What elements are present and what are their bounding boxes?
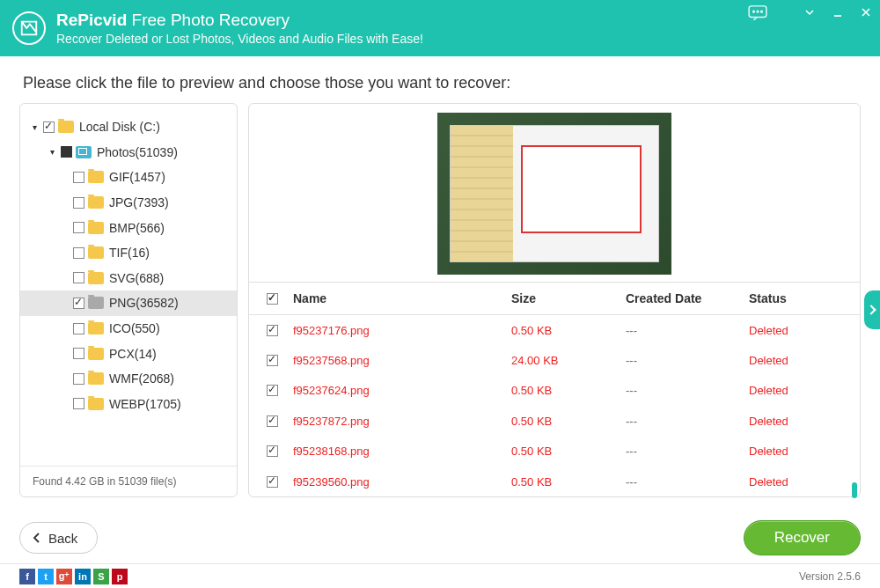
app-logo	[12, 11, 46, 45]
tree-item-checkbox[interactable]	[73, 373, 84, 385]
table-row[interactable]: f95237624.png0.50 KB---Deleted	[249, 376, 860, 406]
row-checkbox[interactable]	[267, 476, 278, 488]
cell-size: 0.50 KB	[511, 324, 626, 337]
close-button[interactable]	[852, 0, 880, 25]
recover-button[interactable]: Recover	[744, 520, 861, 555]
tree-item[interactable]: PNG(36582)	[20, 290, 237, 316]
tree-item-checkbox[interactable]	[73, 222, 84, 233]
cell-created: ---	[626, 445, 749, 458]
cell-created: ---	[626, 384, 749, 397]
col-name[interactable]: Name	[293, 291, 511, 305]
tree-item-checkbox[interactable]	[73, 323, 84, 334]
cell-created: ---	[626, 354, 749, 367]
tree-root-label: Local Disk (C:)	[79, 120, 160, 134]
tree-item[interactable]: ICO(550)	[20, 316, 237, 342]
tree-item-checkbox[interactable]	[73, 172, 84, 183]
tree-item[interactable]: SVG(688)	[20, 266, 237, 291]
stumble-icon[interactable]: S	[93, 569, 109, 584]
cell-name: f95237872.png	[293, 415, 511, 428]
cell-status: Deleted	[749, 445, 846, 458]
pinterest-icon[interactable]: p	[112, 569, 128, 584]
folder-icon	[88, 297, 104, 309]
tree-item-label: SVG(688)	[109, 271, 164, 285]
table-row[interactable]: f95237568.png24.00 KB---Deleted	[249, 345, 860, 375]
bottom-bar: Back Recover	[19, 518, 861, 557]
folder-icon	[88, 171, 104, 183]
tree-item-label: JPG(7393)	[109, 195, 169, 209]
facebook-icon[interactable]: f	[19, 569, 35, 584]
twitter-icon[interactable]: t	[38, 569, 54, 584]
tree-item-checkbox[interactable]	[73, 398, 84, 409]
side-expand-tab[interactable]	[864, 290, 880, 329]
googleplus-icon[interactable]: g⁺	[56, 569, 72, 584]
col-size[interactable]: Size	[511, 291, 626, 305]
tree-item-label: PNG(36582)	[109, 296, 179, 310]
tree-item-checkbox[interactable]	[73, 247, 84, 259]
cell-status: Deleted	[749, 384, 846, 397]
feedback-icon[interactable]	[748, 5, 767, 25]
chevron-down-icon[interactable]: ▾	[47, 147, 57, 157]
preview-thumbnail[interactable]	[437, 113, 671, 275]
preview-area	[249, 104, 860, 282]
tree-photos-checkbox[interactable]	[61, 146, 72, 158]
cell-status: Deleted	[749, 415, 846, 428]
tree-item[interactable]: GIF(1457)	[20, 165, 237, 190]
tree-item-checkbox[interactable]	[73, 298, 84, 309]
chevron-down-icon[interactable]: ▾	[29, 122, 40, 132]
cell-created: ---	[626, 324, 749, 337]
tree-item-label: PCX(14)	[109, 347, 157, 361]
row-checkbox[interactable]	[267, 355, 278, 366]
col-created[interactable]: Created Date	[626, 291, 749, 305]
folder-icon	[88, 196, 104, 209]
col-status[interactable]: Status	[749, 291, 846, 305]
row-checkbox[interactable]	[267, 445, 278, 457]
app-tagline: Recover Deleted or Lost Photos, Videos a…	[56, 32, 423, 46]
back-label: Back	[48, 531, 77, 546]
row-checkbox[interactable]	[267, 385, 278, 396]
scrollbar-thumb[interactable]	[852, 482, 857, 498]
tree-item-checkbox[interactable]	[73, 272, 84, 283]
cell-created: ---	[626, 415, 749, 428]
folder-icon	[88, 222, 104, 234]
minimize-button[interactable]	[824, 0, 852, 25]
min-tray-button[interactable]	[796, 0, 824, 25]
table-row[interactable]: f95237872.png0.50 KB---Deleted	[249, 406, 860, 436]
cell-name: f95237624.png	[293, 384, 511, 397]
cell-size: 0.50 KB	[511, 475, 626, 489]
select-all-checkbox[interactable]	[267, 293, 278, 305]
tree-item[interactable]: JPG(7393)	[20, 190, 237, 216]
tree-root[interactable]: ▾ Local Disk (C:)	[20, 114, 237, 140]
tree-item-label: BMP(566)	[109, 221, 165, 235]
cell-status: Deleted	[749, 324, 846, 337]
cell-created: ---	[626, 475, 749, 489]
tree-root-checkbox[interactable]	[43, 121, 55, 133]
table-row[interactable]: f95239560.png0.50 KB---Deleted	[249, 467, 860, 496]
cell-name: f95237176.png	[293, 324, 511, 337]
tree-item[interactable]: TIF(16)	[20, 240, 237, 266]
titlebar: RePicvid Free Photo Recovery Recover Del…	[0, 0, 880, 56]
cell-name: f95239560.png	[293, 475, 511, 489]
folder-icon	[88, 322, 104, 334]
row-checkbox[interactable]	[267, 415, 278, 427]
folder-icon	[88, 272, 104, 284]
linkedin-icon[interactable]: in	[75, 569, 91, 584]
row-checkbox[interactable]	[267, 325, 278, 336]
tree-item[interactable]: PCX(14)	[20, 341, 237, 366]
instruction-text: Please click the file to preview and cho…	[0, 56, 880, 103]
tree-item[interactable]: WMF(2068)	[20, 366, 237, 392]
table-row[interactable]: f95238168.png0.50 KB---Deleted	[249, 437, 860, 467]
table-row[interactable]: f95237176.png0.50 KB---Deleted	[249, 315, 860, 345]
back-button[interactable]: Back	[19, 522, 98, 554]
svg-point-2	[757, 11, 759, 12]
svg-point-3	[761, 11, 763, 12]
tree-photos[interactable]: ▾ Photos(51039)	[20, 140, 237, 165]
tree-item-label: WMF(2068)	[109, 371, 174, 386]
tree-item-checkbox[interactable]	[73, 348, 84, 359]
folder-icon	[58, 121, 74, 133]
tree-item-checkbox[interactable]	[73, 197, 84, 209]
tree-item[interactable]: WEBP(1705)	[20, 392, 237, 417]
cell-size: 0.50 KB	[511, 415, 626, 428]
app-name: RePicvid	[56, 11, 127, 29]
tree-item[interactable]: BMP(566)	[20, 215, 237, 240]
folder-icon	[88, 246, 104, 259]
